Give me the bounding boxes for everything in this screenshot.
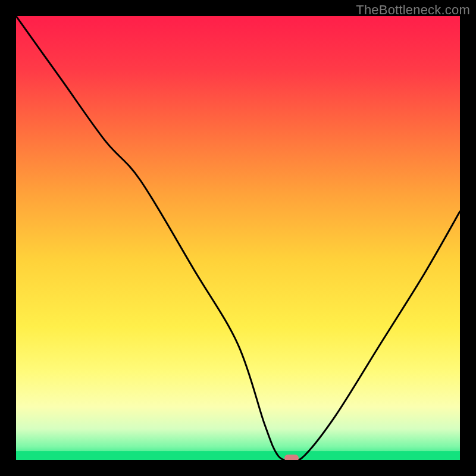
plot-area xyxy=(16,16,460,460)
gradient-background xyxy=(16,16,460,460)
chart-frame: TheBottleneck.com xyxy=(0,0,476,476)
green-band xyxy=(16,451,460,460)
chart-svg xyxy=(16,16,460,460)
